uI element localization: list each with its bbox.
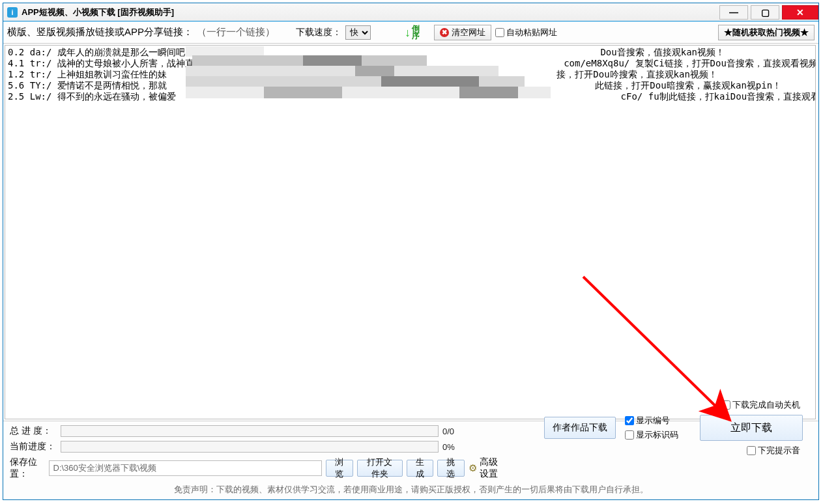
- links-textarea[interactable]: [5, 45, 816, 419]
- disclaimer-text: 免责声明：下载的视频、素材仅供学习交流，若使用商业用途，请购买正版授权，否则产生…: [10, 480, 812, 498]
- save-path-input[interactable]: [49, 460, 323, 476]
- browse-button[interactable]: 浏览: [326, 460, 353, 477]
- speed-label: 下载速度：: [296, 27, 341, 38]
- random-hot-button[interactable]: ★随机获取热门视频★: [718, 25, 815, 40]
- total-progress-bar: [61, 425, 439, 437]
- current-progress-label: 当前进度：: [10, 441, 57, 453]
- clear-urls-label: 清空网址: [452, 27, 485, 38]
- pick-button[interactable]: 挑选: [437, 460, 464, 477]
- generate-button[interactable]: 生成: [407, 460, 433, 477]
- advanced-settings-label: 高级设置: [480, 456, 505, 480]
- save-path-label: 保存位置：: [10, 456, 45, 480]
- auto-paste-checkbox[interactable]: 自动粘贴网址: [495, 27, 557, 38]
- advanced-settings-link[interactable]: ⚙ 高级设置: [469, 456, 505, 480]
- auto-shutdown-checkbox[interactable]: 下载完成自动关机: [721, 399, 800, 411]
- auto-shutdown-label: 下载完成自动关机: [732, 399, 800, 411]
- app-icon: i: [7, 7, 18, 18]
- minimize-button[interactable]: —: [719, 5, 748, 20]
- auto-paste-label: 自动粘贴网址: [506, 27, 557, 38]
- link-input-hint: （一行一个链接）: [197, 26, 275, 38]
- close-button[interactable]: ✕: [782, 5, 818, 20]
- clear-icon: ✖: [440, 28, 449, 37]
- total-progress-label: 总 进 度：: [10, 425, 57, 437]
- clear-urls-button[interactable]: ✖ 清空网址: [434, 25, 491, 40]
- speed-select[interactable]: 快中慢: [345, 25, 371, 40]
- total-progress-value: 0/0: [442, 427, 469, 436]
- reverse-order-button[interactable]: ↓ 倒序: [405, 25, 420, 40]
- done-sound-checkbox[interactable]: 下完提示音: [747, 445, 800, 456]
- maximize-button[interactable]: ▢: [751, 5, 779, 20]
- done-sound-label: 下完提示音: [758, 445, 800, 456]
- current-progress-bar: [61, 441, 439, 453]
- window-title: APP短视频、小视频下载 [固乔视频助手]: [22, 7, 174, 18]
- author-works-button[interactable]: 作者作品下载: [544, 417, 616, 439]
- link-input-label: 横版、竖版视频播放链接或APP分享链接：: [7, 26, 193, 38]
- current-progress-value: 0%: [442, 442, 469, 452]
- open-folder-button[interactable]: 打开文件夹: [357, 460, 403, 477]
- down-arrow-icon: ↓: [405, 27, 411, 38]
- gear-icon: ⚙: [469, 463, 477, 473]
- download-now-button[interactable]: 立即下载: [700, 415, 803, 441]
- random-hot-label: ★随机获取热门视频★: [724, 27, 809, 38]
